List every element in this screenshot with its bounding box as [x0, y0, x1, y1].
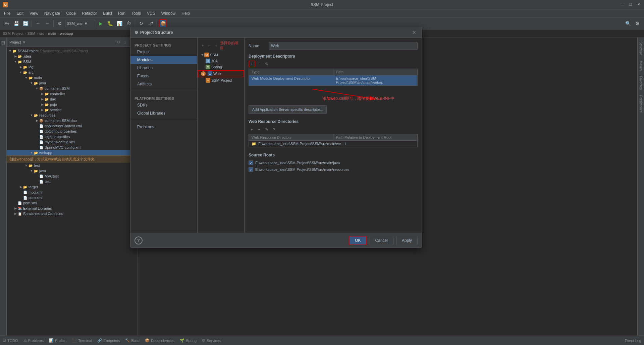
expand-arrow-test[interactable]: ▼	[24, 163, 28, 167]
tree-item-appcontext[interactable]: ▶ 📄 applicationContext.xml	[7, 123, 137, 129]
spring-status[interactable]: 🌱 Spring	[180, 338, 197, 343]
tree-item-target[interactable]: ▶ 📂 target	[7, 184, 137, 190]
expand-arrow-controller[interactable]: ▶	[40, 92, 44, 96]
dialog-tree-jpa[interactable]: J JPA	[198, 58, 244, 64]
settings-button[interactable]: ⚙	[633, 19, 641, 27]
tree-item-pom-ssm[interactable]: ▶ 📄 pom.xml	[7, 195, 137, 200]
add-descriptor-button[interactable]: +	[249, 61, 255, 67]
expand-arrow-src[interactable]: ▼	[19, 70, 23, 74]
tree-item-pom[interactable]: ▶ 📄 pom.xml	[7, 200, 137, 206]
back-button[interactable]: ←	[34, 19, 42, 27]
favorites-tab[interactable]: Favorites	[638, 73, 644, 92]
menu-tools[interactable]: Tools	[129, 10, 144, 16]
expand-arrow-target[interactable]: ▶	[19, 185, 23, 189]
expand-arrow[interactable]: ▼	[8, 49, 12, 53]
breadcrumb-part-3[interactable]: src	[39, 31, 44, 36]
run-button[interactable]: ▶	[97, 19, 105, 27]
dialog-tree-web[interactable]: 5 W Web	[198, 70, 244, 77]
search-button[interactable]: 🔍	[624, 19, 632, 27]
tree-item-pojo[interactable]: ▶ 📂 pojo	[7, 102, 137, 107]
run-config-button[interactable]: ⚙	[56, 19, 64, 27]
dialog-tree-ssm-project[interactable]: M SSM-Project	[198, 77, 244, 83]
breadcrumb-part-5[interactable]: webapp	[60, 31, 73, 36]
tree-item-com-zhen[interactable]: ▼ 📦 com.zhen.SSM	[7, 86, 137, 91]
scope-icon[interactable]: ⊙	[116, 40, 121, 45]
breadcrumb-part-2[interactable]: SSM	[27, 31, 35, 36]
nav-back-button[interactable]: ←	[207, 43, 212, 48]
tree-item-idea[interactable]: ▶ 📂 .idea	[7, 54, 137, 59]
nav-artifacts[interactable]: Artifacts	[130, 80, 197, 88]
services-status[interactable]: ⚙ Services	[202, 338, 221, 343]
tree-item-log[interactable]: ▶ 📂 log	[7, 64, 137, 70]
profile-button[interactable]: ⏱	[125, 19, 133, 27]
checkbox-java[interactable]	[249, 160, 253, 165]
tree-item-mvctest[interactable]: ▶ 📄 MVCtest	[7, 174, 137, 179]
add-app-server-button[interactable]: Add Application Server specific descript…	[249, 105, 327, 114]
nav-sdks[interactable]: SDKs	[130, 101, 197, 109]
run-with-coverage[interactable]: 📊	[115, 19, 123, 27]
cancel-button[interactable]: Cancel	[370, 236, 393, 245]
tree-item-mybatis[interactable]: ▶ 📄 mybatis-config.xml	[7, 139, 137, 145]
event-log-status[interactable]: Event Log	[625, 339, 641, 343]
sync-button[interactable]: 🔄	[21, 19, 30, 27]
debug-button[interactable]: 🐛	[106, 19, 114, 27]
tree-item-dbconfig[interactable]: ▶ 📄 dbConfig.properties	[7, 129, 137, 134]
profiler-status[interactable]: 📊 Profiler	[49, 338, 67, 343]
tree-item-scratches[interactable]: ▶ 📋 Scratches and Consoles	[7, 211, 137, 216]
structure-tab[interactable]: Structure	[638, 39, 644, 58]
menu-view[interactable]: View	[27, 10, 41, 16]
source-root-resources[interactable]: E:\workspace_idea\SSM-Project\SSM\src\ma…	[249, 166, 418, 173]
menu-vcs[interactable]: VCS	[144, 10, 158, 16]
add-module-button[interactable]: +	[200, 43, 206, 48]
remove-descriptor-button[interactable]: −	[256, 61, 263, 67]
nav-project[interactable]: Project	[130, 48, 197, 56]
tree-item-controller[interactable]: ▶ 📂 controller	[7, 91, 137, 96]
save-button[interactable]: 💾	[12, 19, 20, 27]
tree-item-dao[interactable]: ▶ 📂 dao	[7, 96, 137, 102]
dialog-tree-ssm[interactable]: ▼ M SSM	[198, 52, 244, 58]
run-config-dropdown[interactable]: SSM_war ▼	[65, 20, 95, 27]
tree-item-mbg[interactable]: ▶ 📄 mbg.xml	[7, 190, 137, 195]
web-resource-row[interactable]: 📁 E:\workspace_idea\SSM-Project\SSM\src\…	[249, 141, 418, 147]
tree-item-test-file[interactable]: ▶ 📄 test	[7, 179, 137, 184]
problems-status[interactable]: ⚠ Problems	[23, 338, 44, 343]
minimize-button[interactable]: —	[620, 2, 625, 7]
expand-arrow-com-dao[interactable]: ▶	[35, 119, 39, 123]
remove-web-resource-button[interactable]: −	[256, 126, 263, 133]
update-button[interactable]: ↻	[137, 19, 145, 27]
dialog-close-button[interactable]: ✕	[411, 29, 418, 36]
tree-item-java2[interactable]: ▼ 📂 java	[7, 168, 137, 174]
tree-item-com-dao[interactable]: ▶ 📦 com.zhen.SSM.dao	[7, 118, 137, 123]
menu-edit[interactable]: Edit	[14, 10, 26, 16]
nav-global-libraries[interactable]: Global Libraries	[130, 109, 197, 117]
nav-modules[interactable]: Modules	[130, 56, 197, 64]
maven-tab[interactable]: Maven	[638, 58, 644, 73]
expand-arrow-resources[interactable]: ▼	[30, 113, 34, 117]
tree-item-main[interactable]: ▼ 📂 main	[7, 75, 137, 80]
menu-build[interactable]: Build	[100, 10, 115, 16]
tree-item-external-libs[interactable]: ▶ 📚 External Libraries	[7, 206, 137, 211]
breadcrumb-part-1[interactable]: SSM-Project	[3, 31, 23, 36]
help-button[interactable]: ?	[135, 236, 143, 245]
expand-arrow-pojo[interactable]: ▶	[40, 102, 44, 107]
sort-icon[interactable]: ↕	[122, 40, 128, 45]
expand-arrow-java[interactable]: ▼	[30, 81, 34, 85]
menu-code[interactable]: Code	[63, 10, 78, 16]
tree-item-ssm-project[interactable]: ▼ 📁 SSM-Project E:\workspace_idea\SSM-Pr…	[7, 48, 137, 54]
git-button[interactable]: ⎇	[147, 19, 155, 27]
edit-web-resource-button[interactable]: ✎	[263, 126, 270, 133]
tree-item-log4j[interactable]: ▶ 📄 log4j.properties	[7, 134, 137, 139]
tree-item-springmvc[interactable]: ▶ 📄 SpringMVC-config.xml	[7, 145, 137, 150]
menu-refactor[interactable]: Refactor	[79, 10, 100, 16]
panel-dropdown-icon[interactable]: ▼	[22, 40, 26, 44]
build-status[interactable]: 🔨 Build	[125, 338, 139, 343]
expand-arrow-idea[interactable]: ▶	[13, 54, 17, 58]
descriptor-row[interactable]: Web Module Deployment Descriptor E:\work…	[249, 75, 418, 86]
structure-tab-icon[interactable]: ⊞	[1, 40, 6, 46]
forward-button[interactable]: →	[43, 19, 51, 27]
expand-arrow-dao[interactable]: ▶	[40, 97, 44, 101]
maximize-button[interactable]: ❐	[628, 2, 633, 7]
breadcrumb-part-4[interactable]: main	[48, 31, 56, 36]
expand-arrow-main[interactable]: ▼	[24, 76, 28, 80]
nav-problems[interactable]: Problems	[130, 123, 197, 131]
